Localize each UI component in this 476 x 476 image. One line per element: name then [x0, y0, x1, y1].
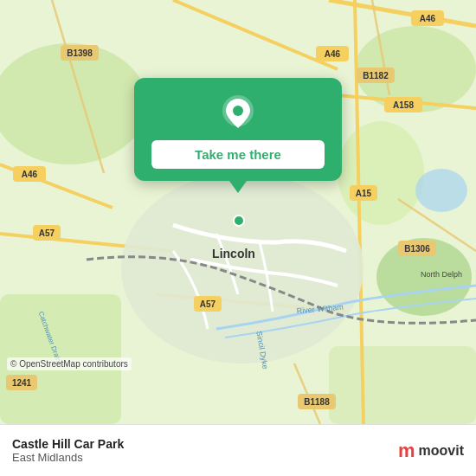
location-subtitle: East Midlands [12, 451, 124, 464]
footer-location: Castle Hill Car Park East Midlands [12, 437, 124, 464]
svg-point-48 [415, 169, 467, 212]
svg-text:B1188: B1188 [304, 397, 330, 407]
moovit-wordmark: moovit [419, 443, 464, 459]
svg-text:B1398: B1398 [67, 48, 93, 58]
take-me-there-button[interactable]: Take me there [151, 140, 325, 169]
svg-text:A46: A46 [22, 170, 38, 179]
svg-text:A57: A57 [200, 299, 216, 309]
moovit-logo: m moovit [398, 440, 464, 462]
svg-text:A46: A46 [325, 49, 341, 59]
svg-text:Lincoln: Lincoln [212, 247, 255, 261]
svg-text:B1182: B1182 [363, 71, 389, 80]
svg-text:B1306: B1306 [404, 244, 430, 254]
map-container: A46 A46 A46 B1398 B1182 A158 A15 A57 A57… [0, 0, 476, 424]
svg-text:A57: A57 [39, 228, 55, 238]
svg-text:A158: A158 [393, 100, 414, 110]
svg-point-4 [338, 121, 424, 225]
svg-point-49 [234, 215, 244, 226]
svg-text:North Delph: North Delph [421, 270, 462, 279]
svg-rect-6 [329, 346, 476, 424]
popup-card: Take me there [134, 78, 342, 181]
footer: Castle Hill Car Park East Midlands m moo… [0, 424, 476, 476]
svg-text:A46: A46 [420, 14, 436, 23]
location-pin-icon [219, 93, 257, 132]
svg-text:A15: A15 [356, 189, 372, 198]
copyright-text: © OpenStreetMap contributors [7, 357, 132, 370]
svg-text:1241: 1241 [12, 378, 32, 388]
location-title: Castle Hill Car Park [12, 437, 124, 451]
svg-point-51 [233, 106, 243, 116]
moovit-m-icon: m [398, 440, 415, 462]
